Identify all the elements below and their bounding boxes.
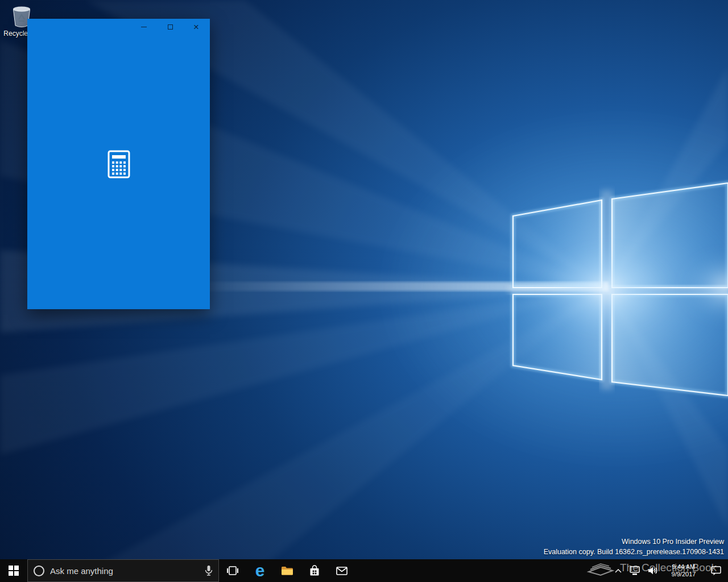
edge-icon: e — [255, 559, 265, 582]
minimize-icon — [141, 27, 147, 27]
cortana-icon — [34, 566, 44, 576]
mail-button[interactable] — [328, 559, 355, 582]
volume-button[interactable] — [644, 559, 662, 582]
task-view-icon — [227, 566, 238, 575]
minimize-button[interactable] — [131, 19, 157, 35]
network-icon — [630, 566, 640, 575]
microphone-icon[interactable] — [205, 565, 213, 576]
eval-line-2: Evaluation copy. Build 16362.rs_prerelea… — [544, 547, 724, 557]
taskbar: e — [0, 559, 728, 582]
action-center-button[interactable] — [705, 559, 727, 582]
calculator-splash — [27, 19, 210, 309]
file-explorer-icon — [281, 566, 293, 576]
close-button[interactable]: × — [183, 19, 209, 35]
desktop: Recycle Bin × — [0, 0, 728, 582]
file-explorer-button[interactable] — [274, 559, 301, 582]
start-button[interactable] — [0, 559, 27, 582]
maximize-icon — [168, 24, 173, 30]
clock-date: 9/9/2017 — [672, 571, 696, 579]
show-hidden-icons-button[interactable] — [611, 559, 626, 582]
maximize-button[interactable] — [157, 19, 183, 35]
store-icon — [309, 565, 320, 576]
close-icon: × — [193, 22, 199, 32]
search-input[interactable] — [50, 566, 199, 576]
calculator-titlebar[interactable]: × — [27, 19, 210, 36]
volume-icon — [648, 566, 658, 575]
evaluation-watermark: Windows 10 Pro Insider Preview Evaluatio… — [544, 537, 724, 557]
chevron-up-icon — [615, 569, 622, 573]
calculator-icon — [107, 150, 130, 178]
caption-buttons: × — [131, 19, 209, 35]
clock-time: 9:44 AM — [672, 563, 695, 571]
system-tray: 9:44 AM 9/9/2017 — [611, 559, 728, 582]
taskbar-clock[interactable]: 9:44 AM 9/9/2017 — [662, 559, 705, 582]
mail-icon — [336, 567, 348, 575]
calculator-window: × — [27, 19, 210, 309]
windows-logo-icon — [9, 566, 19, 576]
action-center-icon — [711, 566, 721, 576]
eval-line-1: Windows 10 Pro Insider Preview — [544, 537, 724, 547]
store-button[interactable] — [301, 559, 328, 582]
taskbar-search[interactable] — [27, 559, 219, 582]
network-button[interactable] — [626, 559, 644, 582]
task-view-button[interactable] — [219, 559, 246, 582]
edge-button[interactable]: e — [246, 559, 274, 582]
